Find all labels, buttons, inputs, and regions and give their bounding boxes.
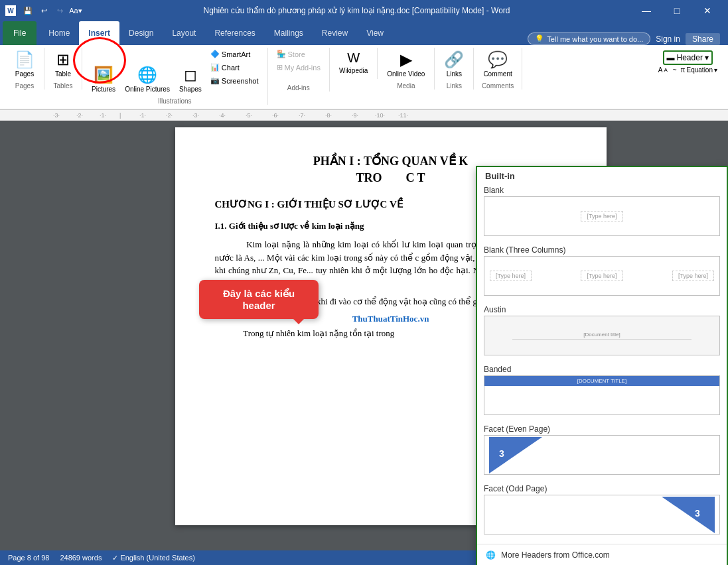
share-btn[interactable]: Share <box>686 33 720 45</box>
pages-btn[interactable]: 📄 Pages <box>11 48 38 81</box>
wikipedia-btn[interactable]: W Wikipedia <box>335 48 372 78</box>
quick-access-toolbar: 💾 ↩ ↪ Aa▾ <box>21 4 82 17</box>
my-addins-btn[interactable]: ⊞ My Add-ins <box>273 61 324 74</box>
lightbulb-icon: 💡 <box>535 34 544 43</box>
store-btn[interactable]: 🏪 Store <box>273 48 324 60</box>
tab-layout[interactable]: Layout <box>163 21 205 45</box>
ribbon-group-illustrations: 🖼️ Pictures 🌐 Online Pictures ◻ Shapes 🔷… <box>82 48 268 105</box>
chart-btn[interactable]: 📊 Chart <box>207 61 262 74</box>
close-btn[interactable]: ✕ <box>692 0 723 21</box>
wikipedia-icon: W <box>347 50 360 66</box>
facet-even-label: Facet (Even Page) <box>484 424 720 434</box>
page-info: Page 8 of 98 <box>8 554 49 562</box>
more-headers-item[interactable]: 🌐 More Headers from Office.com <box>477 547 727 563</box>
blank3col-preview: [Type here] [Type here] [Type here] <box>484 256 720 296</box>
ribbon: File Home Insert Design Layout Reference… <box>0 21 728 110</box>
undo-qat-btn[interactable]: ↩ <box>37 4 50 17</box>
ribbon-tabs: File Home Insert Design Layout Reference… <box>0 21 728 45</box>
more-headers-label: More Headers from Office.com <box>501 550 610 560</box>
table-btn[interactable]: ⊞ Table <box>50 48 76 81</box>
facet-even-svg: 3 <box>489 437 715 473</box>
links-btn[interactable]: 🔗 Links <box>440 48 468 81</box>
scroll-left <box>0 121 53 565</box>
customize-qat-btn[interactable]: Aa▾ <box>69 4 82 17</box>
tab-file[interactable]: File <box>3 21 36 45</box>
screenshot-btn[interactable]: 📷 Screenshot <box>207 74 262 87</box>
document-area: PHẦN I : TỔNG QUAN VỀ K TRO C T CHƯƠNG I… <box>0 121 728 565</box>
language: ✓ English (United States) <box>112 554 195 562</box>
more-headers-icon: 🌐 <box>485 550 496 560</box>
table-icon: ⊞ <box>56 50 70 69</box>
tell-me-input[interactable]: 💡 Tell me what you want to do... <box>528 32 650 45</box>
redo-qat-btn[interactable]: ↪ <box>53 4 66 17</box>
online-pictures-btn[interactable]: 🌐 Online Pictures <box>121 63 174 96</box>
header-austin-item[interactable]: Austin [Document title] <box>477 302 727 362</box>
pictures-btn[interactable]: 🖼️ Pictures <box>88 63 119 96</box>
svg-text:3: 3 <box>695 508 700 519</box>
window-controls: — □ ✕ <box>631 0 723 21</box>
tab-insert[interactable]: Insert <box>79 21 119 45</box>
tab-home[interactable]: Home <box>39 21 79 45</box>
title-bar-left: W 💾 ↩ ↪ Aa▾ <box>5 4 82 17</box>
header-btn-label: Header ▾ <box>677 53 709 62</box>
word-count: 24869 words <box>60 554 102 562</box>
built-in-label: Built-in <box>477 167 727 183</box>
tab-review[interactable]: Review <box>313 21 357 45</box>
pictures-icon: 🖼️ <box>94 66 113 84</box>
header-btn[interactable]: ▬ Header ▾ <box>663 50 713 65</box>
blank-preview: [Type here] <box>484 196 720 236</box>
ribbon-content: 📄 Pages Pages ⊞ Table Tables 🖼️ Pictures <box>0 45 728 109</box>
header-icon: ▬ <box>667 53 675 62</box>
header-blank3col-item[interactable]: Blank (Three Columns) [Type here] [Type … <box>477 243 727 302</box>
header-banded-item[interactable]: Banded [DOCUMENT TITLE] <box>477 362 727 422</box>
blank3col-text-2: [Type here] <box>581 271 622 281</box>
blank3col-label: Blank (Three Columns) <box>484 245 720 255</box>
tooltip-bubble: Đây là các kiểu header <box>199 280 319 319</box>
chart-icon: 📊 <box>210 63 220 72</box>
header-facet-even-item[interactable]: Facet (Even Page) 3 <box>477 422 727 481</box>
austin-preview-text: [Document title] <box>512 332 692 340</box>
svg-text:3: 3 <box>499 448 504 459</box>
minimize-btn[interactable]: — <box>631 0 662 21</box>
blank-preview-text: [Type here] <box>581 211 622 221</box>
maximize-btn[interactable]: □ <box>662 0 692 21</box>
save-qat-btn[interactable]: 💾 <box>21 4 35 17</box>
smartart-icon: 🔷 <box>210 50 220 58</box>
header-facet-odd-item[interactable]: Facet (Odd Page) 3 <box>477 481 727 541</box>
blank3col-text-3: [Type here] <box>672 271 714 281</box>
ribbon-group-links: 🔗 Links Links <box>435 48 474 90</box>
tooltip-text: Đây là các kiểu header <box>223 288 295 311</box>
banded-preview: [DOCUMENT TITLE] <box>484 375 720 415</box>
banded-label: Banded <box>484 365 720 374</box>
comment-icon: 💬 <box>488 50 508 69</box>
spelling-icon: ✓ <box>112 554 118 562</box>
ribbon-group-wikipedia: W Wikipedia <box>330 48 378 79</box>
austin-label: Austin <box>484 305 720 314</box>
shapes-btn[interactable]: ◻ Shapes <box>175 63 206 96</box>
sign-in-btn[interactable]: Sign in <box>656 34 680 44</box>
header-footer-group: ▬ Header ▾ AA ~ π Equation ▾ <box>653 48 723 76</box>
ribbon-group-comments: 💬 Comment Comments <box>474 48 522 90</box>
tab-design[interactable]: Design <box>119 21 163 45</box>
blank-label: Blank <box>484 186 720 195</box>
online-pictures-icon: 🌐 <box>137 66 157 84</box>
comment-btn[interactable]: 💬 Comment <box>479 48 516 81</box>
ruler: ·3· ·2· ·1· | ·1· ·2· ·3· ·4· ·5· ·6· ·7… <box>0 110 728 121</box>
tab-view[interactable]: View <box>357 21 393 45</box>
facet-odd-preview: 3 <box>484 495 720 534</box>
facet-odd-label: Facet (Odd Page) <box>484 484 720 493</box>
facet-odd-svg: 3 <box>489 497 715 533</box>
tab-mailings[interactable]: Mailings <box>265 21 313 45</box>
header-dropdown[interactable]: Built-in Blank [Type here] Blank (Three … <box>476 166 728 565</box>
header-blank-item[interactable]: Blank [Type here] <box>477 183 727 243</box>
ribbon-group-pages: 📄 Pages Pages <box>5 48 44 90</box>
font-size-controls[interactable]: AA ~ π Equation ▾ <box>658 66 717 74</box>
svg-marker-0 <box>489 437 542 473</box>
facet-even-preview: 3 <box>484 435 720 475</box>
austin-preview: [Document title] <box>484 316 720 355</box>
online-video-btn[interactable]: ▶ Online Video <box>383 48 429 81</box>
store-icon: 🏪 <box>277 50 286 58</box>
smartart-btn[interactable]: 🔷 SmartArt <box>207 48 262 60</box>
tab-references[interactable]: References <box>205 21 264 45</box>
header-dropdown-scroll: Built-in Blank [Type here] Blank (Three … <box>477 167 727 565</box>
